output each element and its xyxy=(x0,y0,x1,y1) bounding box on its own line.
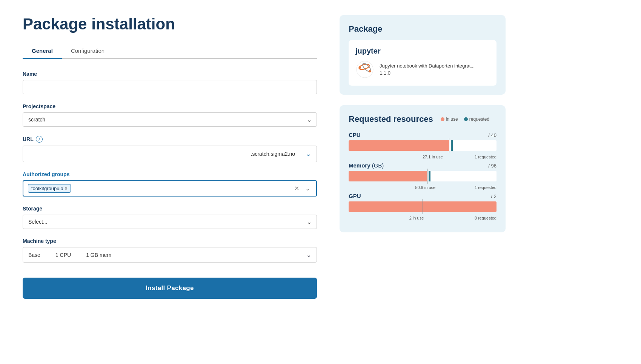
legend-requested: requested xyxy=(464,117,489,122)
package-description: Jupyter notebook with Dataporten integra… xyxy=(380,63,475,69)
package-section-title: Package xyxy=(349,24,497,34)
gpu-inuse-label: 2 in use xyxy=(409,216,424,220)
gpu-label-row: GPU / 2 xyxy=(349,193,497,199)
cpu-requested-label: 1 requested xyxy=(475,155,497,159)
cpu-requested-bar xyxy=(451,140,453,151)
resources-section: Requested resources in use requested CPU… xyxy=(340,105,506,232)
url-dropdown-button[interactable]: ⌄ xyxy=(300,146,317,162)
tab-bar: General Configuration xyxy=(23,44,317,59)
url-suffix: .scratch.sigma2.no xyxy=(23,147,300,161)
url-wrapper: .scratch.sigma2.no ⌄ xyxy=(23,146,317,162)
machine-type-group: Machine type Base 1 CPU 1 GB mem ⌄ xyxy=(23,238,317,263)
info-icon[interactable]: i xyxy=(36,136,43,143)
memory-resource-block: Memory (GB) / 96 50.9 in use 1 requested xyxy=(349,162,497,181)
jupyter-logo-icon xyxy=(355,60,374,79)
name-label: Name xyxy=(23,71,317,77)
cpu-bar: 27.1 in use 1 requested xyxy=(349,140,497,151)
storage-group: Storage Select... ⌄ xyxy=(23,206,317,229)
package-details: Jupyter notebook with Dataporten integra… xyxy=(380,63,475,76)
projectspace-label: Projectspace xyxy=(23,103,317,109)
machine-info: Base 1 CPU 1 GB mem xyxy=(28,252,111,258)
authorized-groups-label: Authorized groups xyxy=(23,171,317,177)
gpu-label: GPU xyxy=(349,193,361,199)
legend-inuse: in use xyxy=(441,117,458,122)
machine-type-name: Base xyxy=(28,252,40,258)
memory-requested-label: 1 requested xyxy=(475,185,497,190)
inuse-dot-icon xyxy=(441,117,444,121)
left-panel: Package installation General Configurati… xyxy=(23,15,317,349)
authorized-tag: toolkitgroupuib × xyxy=(28,184,71,193)
authorized-groups-input[interactable] xyxy=(74,186,290,192)
authorized-groups-wrapper[interactable]: toolkitgroupuib × ✕ ⌄ xyxy=(23,180,317,197)
url-group: URL i .scratch.sigma2.no ⌄ xyxy=(23,136,317,162)
memory-bar: 50.9 in use 1 requested xyxy=(349,171,497,181)
memory-max: / 96 xyxy=(488,163,497,169)
cpu-inuse-bar xyxy=(349,140,449,151)
package-card: jupyter Jupyter notebook with Dataporten… xyxy=(349,40,497,86)
gpu-max: / 2 xyxy=(491,194,497,199)
right-panel: Package jupyter Jupyter notebook with Da… xyxy=(340,15,506,349)
install-package-button[interactable]: Install Package xyxy=(23,278,317,299)
memory-inuse-label: 50.9 in use xyxy=(415,185,435,190)
clear-authorized-button[interactable]: ✕ xyxy=(293,184,301,193)
projectspace-group: Projectspace scratch ⌄ xyxy=(23,103,317,127)
cpu-inuse-label: 27.1 in use xyxy=(423,155,443,159)
url-label: URL i xyxy=(23,136,317,143)
storage-select-wrapper: Select... ⌄ xyxy=(23,215,317,229)
gpu-requested-label: 0 requested xyxy=(475,216,497,220)
authorized-groups-group: Authorized groups toolkitgroupuib × ✕ ⌄ xyxy=(23,171,317,197)
projectspace-select[interactable]: scratch xyxy=(23,112,317,127)
gpu-inuse-line-icon xyxy=(423,199,423,214)
tag-remove-icon[interactable]: × xyxy=(65,186,68,191)
name-group: Name xyxy=(23,71,317,94)
cpu-resource-block: CPU / 40 27.1 in use 1 requested xyxy=(349,132,497,151)
tag-label: toolkitgroupuib xyxy=(31,186,63,191)
svg-point-5 xyxy=(364,63,366,65)
memory-requested-bar xyxy=(429,171,430,181)
resources-legend: in use requested xyxy=(441,117,489,122)
gpu-bar: 2 in use 0 requested xyxy=(349,201,497,212)
name-input[interactable] xyxy=(23,80,317,94)
authorized-dropdown-button[interactable]: ⌄ xyxy=(304,184,312,193)
tab-general[interactable]: General xyxy=(23,44,62,59)
tab-configuration[interactable]: Configuration xyxy=(62,44,114,59)
machine-type-mem: 1 GB mem xyxy=(86,252,111,258)
memory-inuse-bar xyxy=(349,171,427,181)
chevron-down-icon: ⌄ xyxy=(306,251,311,258)
package-section: Package jupyter Jupyter notebook with Da… xyxy=(340,15,506,95)
cpu-label-row: CPU / 40 xyxy=(349,132,497,138)
cpu-label: CPU xyxy=(349,132,361,138)
requested-dot-icon xyxy=(464,117,468,121)
svg-point-4 xyxy=(369,70,371,72)
memory-label-row: Memory (GB) / 96 xyxy=(349,162,497,169)
memory-inuse-line-icon xyxy=(427,169,427,184)
page-title: Package installation xyxy=(23,15,317,33)
machine-type-label: Machine type xyxy=(23,238,317,244)
package-version: 1.1.0 xyxy=(380,70,475,76)
package-name: jupyter xyxy=(355,47,490,55)
gpu-resource-block: GPU / 2 2 in use 0 requested xyxy=(349,193,497,212)
resources-title: Requested resources xyxy=(349,114,433,124)
storage-select[interactable]: Select... xyxy=(23,215,317,229)
storage-label: Storage xyxy=(23,206,317,212)
resources-header: Requested resources in use requested xyxy=(349,114,497,124)
projectspace-select-wrapper: scratch ⌄ xyxy=(23,112,317,127)
memory-label: Memory (GB) xyxy=(349,162,384,169)
cpu-max: / 40 xyxy=(488,132,497,138)
machine-type-select[interactable]: Base 1 CPU 1 GB mem ⌄ xyxy=(23,247,317,263)
cpu-inuse-line-icon xyxy=(449,138,449,153)
machine-type-cpu: 1 CPU xyxy=(55,252,71,258)
svg-point-3 xyxy=(359,66,361,69)
package-info: Jupyter notebook with Dataporten integra… xyxy=(355,60,490,79)
